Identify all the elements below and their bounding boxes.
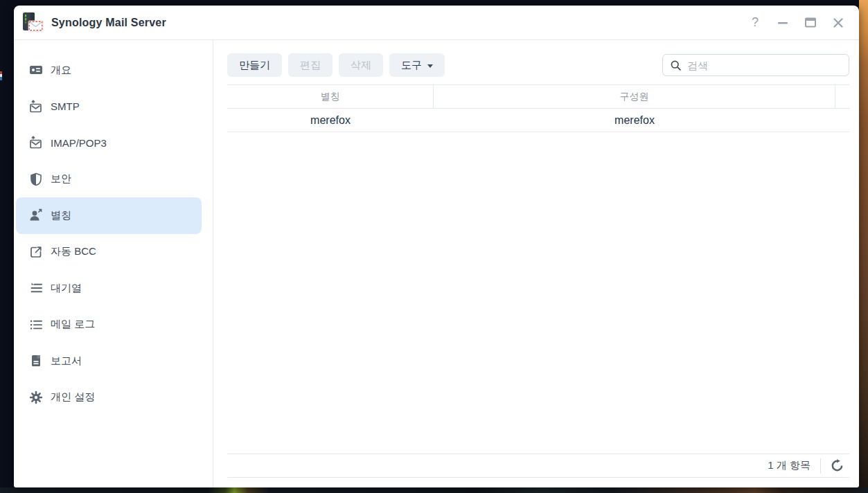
sidebar-item-label: 메일 로그 [51,318,95,331]
sidebar-item-security[interactable]: 보안 [16,161,202,198]
tools-dropdown-button[interactable]: 도구 [389,53,445,77]
column-header-spacer [835,85,849,108]
main-content: 만들기 편집 삭제 도구 [213,40,859,487]
desktop-taskbar-strip [0,487,868,493]
sidebar-item-label: 개요 [51,64,71,77]
window-title: Synology Mail Server [51,17,166,29]
desktop-edge-icon [0,71,2,80]
window-body: 개요 SMTP [14,40,859,487]
gear-icon [29,391,43,404]
sidebar-item-label: 보안 [51,172,71,186]
search-input[interactable] [687,60,842,71]
desktop: Synology Mail Server ? [0,0,868,493]
sidebar-item-mail-log[interactable]: 메일 로그 [16,307,202,343]
sidebar: 개요 SMTP [14,40,213,487]
window-controls: ? [750,17,844,29]
alias-table: 별칭 구성원 merefox merefox [227,84,849,132]
help-icon[interactable]: ? [750,17,761,29]
sidebar-item-label: 대기열 [51,282,82,295]
item-count-label: 1 개 항목 [768,459,811,472]
search-icon [670,60,682,71]
sidebar-item-report[interactable]: 보고서 [16,343,202,379]
mail-send-icon [29,100,43,114]
table-row[interactable]: merefox merefox [227,109,849,132]
shield-icon [29,172,43,186]
titlebar: Synology Mail Server ? [14,6,859,40]
queue-icon [29,281,43,295]
sidebar-item-overview[interactable]: 개요 [16,52,202,89]
search-box[interactable] [662,54,849,76]
sidebar-item-label: IMAP/POP3 [51,137,107,149]
user-alias-icon [29,208,43,222]
toolbar: 만들기 편집 삭제 도구 [227,53,849,77]
app-window: Synology Mail Server ? [14,6,859,487]
overview-card-icon [29,63,43,77]
refresh-icon[interactable] [831,459,844,472]
status-bar: 1 개 항목 [227,454,849,478]
cell-alias: merefox [227,114,434,127]
sidebar-item-label: 보고서 [51,355,82,368]
delete-button[interactable]: 삭제 [339,53,383,77]
report-icon [29,354,43,368]
mail-server-app-icon [21,11,44,35]
tools-button-label: 도구 [401,59,422,72]
maximize-icon[interactable] [805,17,816,29]
sidebar-item-label: 개인 설정 [51,391,95,404]
auto-bcc-icon [29,245,43,259]
mail-log-icon [29,318,43,332]
minimize-icon[interactable] [777,17,788,29]
desktop-wallpaper-strip [859,0,868,493]
sidebar-item-personal-settings[interactable]: 개인 설정 [16,379,202,416]
chevron-down-icon [427,64,433,68]
sidebar-item-label: 자동 BCC [51,245,96,258]
edit-button[interactable]: 편집 [288,53,333,77]
column-header-members[interactable]: 구성원 [434,85,835,108]
sidebar-item-label: 별칭 [51,209,71,222]
sidebar-item-smtp[interactable]: SMTP [16,89,202,125]
sidebar-item-label: SMTP [51,100,80,112]
mail-send-icon [29,136,43,150]
sidebar-item-queue[interactable]: 대기열 [16,270,202,307]
sidebar-item-alias[interactable]: 별칭 [16,197,202,234]
create-button[interactable]: 만들기 [227,53,282,77]
cell-members: merefox [434,114,835,127]
sidebar-item-imap-pop3[interactable]: IMAP/POP3 [16,125,202,161]
status-divider [820,458,821,474]
table-header: 별칭 구성원 [227,84,849,109]
sidebar-item-auto-bcc[interactable]: 자동 BCC [16,234,202,271]
column-header-alias[interactable]: 별칭 [227,85,434,108]
close-icon[interactable] [833,17,844,29]
